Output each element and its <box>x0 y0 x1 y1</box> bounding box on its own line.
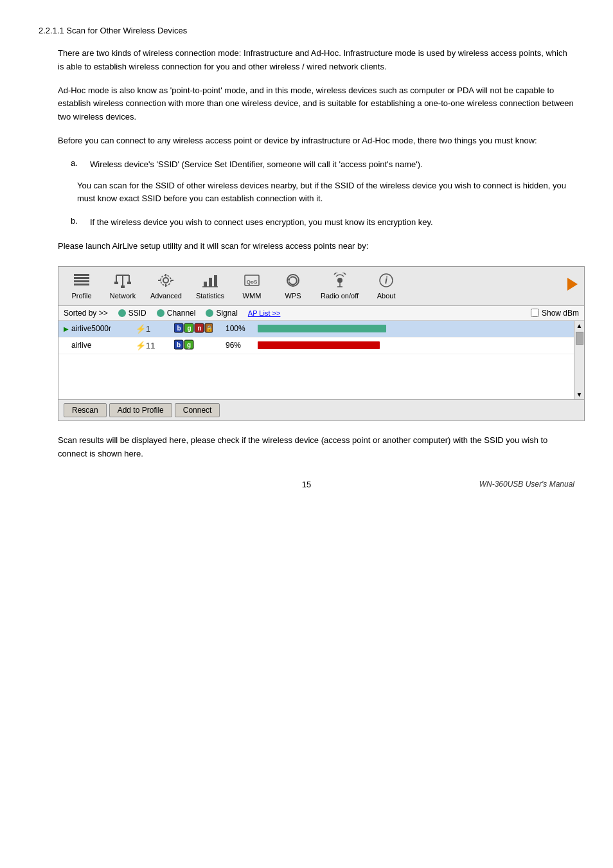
network-channel-1: ⚡1 <box>136 324 174 334</box>
paragraph-4: Please launch AirLive setup utility and … <box>58 240 574 253</box>
ssid-filter-label: SSID <box>129 309 147 318</box>
profile-label: Profile <box>71 292 91 300</box>
ssid-dot <box>118 309 126 317</box>
list-item-b-text: If the wireless device you wish to conne… <box>90 216 433 230</box>
list-item-b-label: b. <box>71 216 90 230</box>
list-item-a-text: Wireless device's 'SSID' (Service Set ID… <box>90 158 423 172</box>
statistics-icon <box>201 273 219 291</box>
svg-text:b: b <box>177 325 181 332</box>
svg-point-25 <box>337 278 342 283</box>
advanced-icon <box>157 273 175 291</box>
network-list: ▶ airlive5000r ⚡1 b g n 🔒 100% <box>58 321 584 399</box>
svg-text:b: b <box>177 341 181 348</box>
svg-rect-3 <box>74 284 89 285</box>
manual-title: WN-360USB User's Manual <box>446 480 574 489</box>
network-signal-pct-1: 100% <box>226 324 258 333</box>
svg-text:QoS: QoS <box>247 279 258 285</box>
advanced-label: Advanced <box>150 292 182 300</box>
toolbar-item-radio[interactable]: Radio on/off <box>315 269 364 303</box>
toolbar-item-profile[interactable]: Profile <box>62 269 101 303</box>
about-label: About <box>377 292 396 300</box>
svg-rect-18 <box>209 278 212 287</box>
svg-text:i: i <box>385 275 388 285</box>
channel-filter-label: Channel <box>167 309 196 318</box>
show-dbm-checkbox[interactable] <box>531 309 539 317</box>
network-name-2: airlive <box>71 341 136 350</box>
svg-marker-30 <box>567 278 578 291</box>
wps-label: WPS <box>285 292 301 300</box>
sub-paragraph-a: You can scan for the SSID of other wirel… <box>77 179 574 206</box>
show-dbm-label: Show dBm <box>542 309 579 318</box>
paragraph-5: Scan results will be displayed here, ple… <box>58 434 574 461</box>
svg-rect-19 <box>214 275 217 287</box>
signal-dot <box>206 309 213 317</box>
svg-rect-8 <box>121 285 125 288</box>
empty-list-area <box>58 354 584 399</box>
network-row[interactable]: ▶ airlive ⚡11 b g 96% <box>58 338 584 354</box>
section-heading: 2.2.1.1 Scan for Other Wireless Devices <box>39 26 574 35</box>
svg-rect-2 <box>74 280 89 282</box>
signal-filter-label: Signal <box>216 309 237 318</box>
profile-icon <box>73 273 91 291</box>
channel-dot <box>157 309 164 317</box>
show-dbm-container: Show dBm <box>531 309 579 318</box>
bottom-buttons: Rescan Add to Profile Connect <box>58 399 584 420</box>
network-name-1: airlive5000r <box>71 324 136 333</box>
filter-signal[interactable]: Signal <box>206 309 237 318</box>
toolbar-item-about[interactable]: i About <box>367 269 405 303</box>
svg-rect-1 <box>74 277 89 279</box>
paragraph-2: Ad-Hoc mode is also know as 'point-to-po… <box>58 84 574 124</box>
svg-text:g: g <box>187 341 191 348</box>
connect-button[interactable]: Connect <box>175 403 220 417</box>
toolbar: Profile Network <box>58 267 584 306</box>
page-footer: 15 WN-360USB User's Manual <box>39 480 574 489</box>
scrollbar[interactable]: ▲ ▼ <box>574 321 584 399</box>
signal-bar-2 <box>258 341 380 349</box>
scrollbar-thumb[interactable] <box>576 332 583 345</box>
toolbar-item-statistics[interactable]: Statistics <box>190 269 230 303</box>
network-security-2: b g <box>174 339 226 352</box>
network-row[interactable]: ▶ airlive5000r ⚡1 b g n 🔒 100% <box>58 321 584 338</box>
svg-point-12 <box>161 275 171 285</box>
filter-channel[interactable]: Channel <box>157 309 196 318</box>
scroll-up-icon[interactable]: ▲ <box>576 322 583 329</box>
toolbar-container: Profile Network <box>58 266 585 421</box>
network-security-1: b g n 🔒 <box>174 323 226 335</box>
network-channel-2: ⚡11 <box>136 341 174 350</box>
toolbar-item-advanced[interactable]: Advanced <box>145 269 188 303</box>
svg-text:🔒: 🔒 <box>206 325 213 332</box>
about-icon: i <box>377 273 395 291</box>
toolbar-arrow[interactable] <box>565 275 580 297</box>
ap-list-link[interactable]: AP List >> <box>248 309 281 317</box>
svg-text:n: n <box>197 325 201 332</box>
list-item-a-label: a. <box>71 158 90 172</box>
list-item-a: a. Wireless device's 'SSID' (Service Set… <box>71 158 574 172</box>
svg-rect-9 <box>114 282 118 284</box>
add-to-profile-button[interactable]: Add to Profile <box>109 403 172 417</box>
rescan-button[interactable]: Rescan <box>64 403 107 417</box>
paragraph-3: Before you can connect to any wireless a… <box>58 134 574 148</box>
selected-arrow-icon: ▶ <box>64 325 69 332</box>
network-label: Network <box>110 292 136 300</box>
paragraph-1: There are two kinds of wireless connecti… <box>58 47 574 74</box>
wmm-icon: QoS <box>243 273 261 291</box>
network-icon <box>114 273 132 291</box>
sorted-by-label: Sorted by >> <box>64 309 108 318</box>
toolbar-item-wmm[interactable]: QoS WMM <box>233 269 271 303</box>
svg-text:g: g <box>187 325 191 332</box>
toolbar-item-network[interactable]: Network <box>103 269 142 303</box>
toolbar-item-wps[interactable]: WPS <box>274 269 312 303</box>
radio-icon <box>331 273 349 291</box>
radio-label: Radio on/off <box>321 292 359 300</box>
svg-point-11 <box>163 278 168 283</box>
page-number: 15 <box>167 480 446 489</box>
svg-rect-0 <box>74 274 89 276</box>
svg-rect-17 <box>204 282 207 287</box>
filter-ssid[interactable]: SSID <box>118 309 147 318</box>
signal-bar-1 <box>258 325 386 332</box>
scroll-down-icon[interactable]: ▼ <box>576 391 583 398</box>
wps-icon <box>284 273 302 291</box>
statistics-label: Statistics <box>196 292 224 300</box>
list-item-b: b. If the wireless device you wish to co… <box>71 216 574 230</box>
svg-rect-10 <box>127 282 131 284</box>
